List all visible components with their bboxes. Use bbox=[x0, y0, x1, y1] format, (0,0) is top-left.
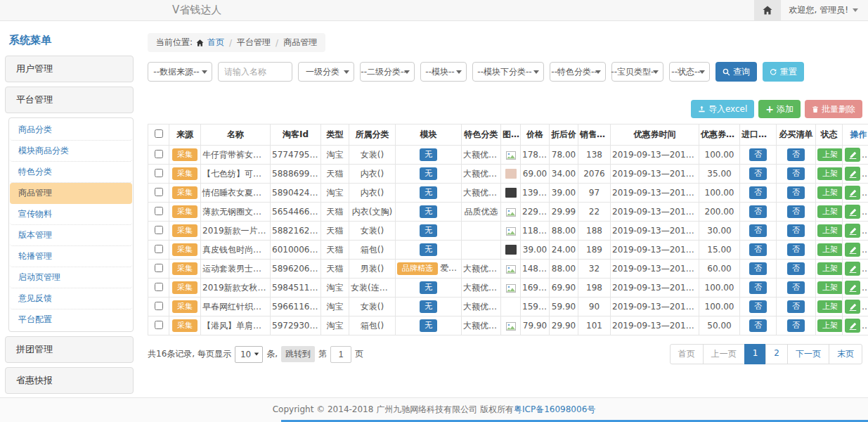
must-buy-toggle[interactable]: 否 bbox=[787, 319, 805, 331]
status-button[interactable]: 上架 bbox=[817, 205, 843, 217]
import-pick-toggle[interactable]: 否 bbox=[749, 224, 767, 236]
status-button[interactable]: 上架 bbox=[817, 167, 843, 179]
filter-module-select[interactable]: --模块-- bbox=[420, 62, 467, 82]
filter-status-select[interactable]: --状态-- bbox=[669, 62, 710, 82]
edit-button[interactable] bbox=[845, 319, 860, 333]
must-buy-toggle[interactable]: 否 bbox=[787, 243, 805, 255]
page-button[interactable]: 下一页 bbox=[787, 344, 829, 364]
page-size-select[interactable]: 10 bbox=[235, 346, 263, 363]
must-buy-toggle[interactable]: 否 bbox=[787, 148, 805, 160]
sidebar-item[interactable]: 拼团管理 bbox=[5, 336, 134, 363]
status-button[interactable]: 上架 bbox=[817, 281, 843, 293]
discount-price: 59.90 bbox=[550, 298, 578, 316]
breadcrumb-home-link[interactable]: 首页 bbox=[207, 37, 224, 49]
must-buy-toggle[interactable]: 否 bbox=[787, 262, 805, 274]
must-buy-toggle[interactable]: 否 bbox=[787, 300, 805, 312]
must-buy-toggle[interactable]: 否 bbox=[787, 224, 805, 236]
status-button[interactable]: 上架 bbox=[817, 243, 843, 255]
edit-button[interactable] bbox=[845, 224, 860, 238]
must-buy-toggle[interactable]: 否 bbox=[787, 167, 805, 179]
home-button[interactable] bbox=[754, 0, 781, 20]
product-name: 2019新款女秋薄款... bbox=[201, 279, 271, 298]
row-checkbox[interactable] bbox=[155, 245, 163, 253]
query-button[interactable]: 查询 bbox=[715, 62, 757, 82]
edit-button[interactable] bbox=[845, 186, 860, 200]
sidebar-subitem[interactable]: 商品分类 bbox=[10, 120, 132, 141]
import-pick-toggle[interactable]: 否 bbox=[749, 186, 767, 198]
sidebar-subitem[interactable]: 轮播管理 bbox=[10, 246, 132, 267]
must-buy-toggle[interactable]: 否 bbox=[787, 205, 805, 217]
row-checkbox[interactable] bbox=[155, 264, 163, 272]
filter-module-sub-select[interactable]: --模块下分类-- bbox=[472, 62, 544, 82]
discount-price: 34.00 bbox=[550, 165, 578, 184]
row-checkbox[interactable] bbox=[155, 321, 163, 329]
page-button[interactable]: 2 bbox=[765, 344, 788, 364]
sidebar-subitem[interactable]: 模块商品分类 bbox=[10, 141, 132, 162]
status-button[interactable]: 上架 bbox=[817, 319, 843, 331]
import-pick-toggle[interactable]: 否 bbox=[749, 319, 767, 331]
icp-link[interactable]: 粤ICP备16098006号 bbox=[514, 404, 595, 414]
import-pick-toggle[interactable]: 否 bbox=[749, 262, 767, 274]
sidebar-subitem[interactable]: 宣传物料 bbox=[10, 204, 132, 225]
module-badge: 无 bbox=[420, 224, 437, 236]
status-button[interactable]: 上架 bbox=[817, 148, 843, 160]
reset-button[interactable]: 重置 bbox=[763, 62, 804, 82]
status-button[interactable]: 上架 bbox=[817, 224, 843, 236]
page-number-input[interactable] bbox=[330, 346, 351, 363]
sidebar-subitem[interactable]: 商品管理 bbox=[10, 183, 132, 204]
row-checkbox[interactable] bbox=[155, 226, 163, 234]
row-checkbox[interactable] bbox=[155, 150, 163, 158]
filter-category2-select[interactable]: --二级分类-- bbox=[360, 62, 415, 82]
row-checkbox[interactable] bbox=[155, 302, 163, 310]
sidebar-item[interactable]: 省惠快报 bbox=[5, 367, 134, 394]
sidebar-subitem[interactable]: 版本管理 bbox=[10, 225, 132, 246]
import-pick-toggle[interactable]: 否 bbox=[749, 167, 767, 179]
module-cell: 无 bbox=[396, 146, 462, 165]
edit-button[interactable] bbox=[845, 262, 860, 276]
row-checkbox[interactable] bbox=[155, 169, 163, 177]
edit-button[interactable] bbox=[845, 205, 860, 219]
import-pick-toggle[interactable]: 否 bbox=[749, 300, 767, 312]
page-button[interactable]: 末页 bbox=[829, 344, 862, 364]
edit-button[interactable] bbox=[845, 300, 860, 314]
status-button[interactable]: 上架 bbox=[817, 300, 843, 312]
import-pick-toggle[interactable]: 否 bbox=[749, 148, 767, 160]
discount-price: 29.99 bbox=[550, 203, 578, 222]
edit-button[interactable] bbox=[845, 281, 860, 295]
sidebar-subitem[interactable]: 意见反馈 bbox=[10, 288, 132, 309]
price: 229.99 bbox=[521, 203, 550, 222]
edit-button[interactable] bbox=[845, 167, 860, 181]
must-buy-toggle[interactable]: 否 bbox=[787, 186, 805, 198]
sidebar-subitem[interactable]: 特色分类 bbox=[10, 162, 132, 183]
status-button[interactable]: 上架 bbox=[817, 186, 843, 198]
select-all-checkbox[interactable] bbox=[155, 129, 163, 138]
name-search-input[interactable] bbox=[218, 62, 292, 82]
filter-item-type-select[interactable]: --宝贝类型-- bbox=[611, 62, 663, 82]
sidebar-subitem[interactable]: 启动页管理 bbox=[10, 267, 132, 288]
row-checkbox[interactable] bbox=[155, 283, 163, 291]
sidebar-item[interactable]: 用户管理 bbox=[5, 56, 134, 82]
jump-button[interactable]: 跳转到 bbox=[281, 346, 315, 362]
filter-source-select[interactable]: --数据来源-- bbox=[148, 62, 212, 82]
filter-category1-select[interactable]: 一级分类 bbox=[298, 62, 354, 82]
batch-delete-button[interactable]: 批量删除 bbox=[805, 100, 862, 118]
sidebar-subitem[interactable]: 平台配置 bbox=[10, 309, 132, 330]
page-button[interactable]: 1 bbox=[744, 344, 767, 364]
edit-button[interactable] bbox=[845, 148, 860, 162]
status-button[interactable]: 上架 bbox=[817, 262, 843, 274]
coupon-time: 2019-09-13—2019-09-18 bbox=[611, 316, 699, 335]
platform-type: 淘宝 bbox=[321, 298, 349, 316]
sidebar-item[interactable]: 平台管理 bbox=[5, 87, 134, 113]
home-icon bbox=[196, 39, 204, 46]
import-excel-button[interactable]: 导入excel bbox=[691, 100, 754, 118]
user-menu[interactable]: 欢迎您, 管理员! bbox=[781, 0, 868, 20]
filter-feature-select[interactable]: --特色分类-- bbox=[550, 62, 606, 82]
row-checkbox[interactable] bbox=[155, 207, 163, 215]
import-pick-toggle[interactable]: 否 bbox=[749, 243, 767, 255]
import-pick-toggle[interactable]: 否 bbox=[749, 205, 767, 217]
must-buy-toggle[interactable]: 否 bbox=[787, 281, 805, 293]
edit-button[interactable] bbox=[845, 243, 860, 257]
import-pick-toggle[interactable]: 否 bbox=[749, 281, 767, 293]
row-checkbox[interactable] bbox=[155, 188, 163, 196]
add-button[interactable]: + 添加 bbox=[758, 100, 801, 118]
